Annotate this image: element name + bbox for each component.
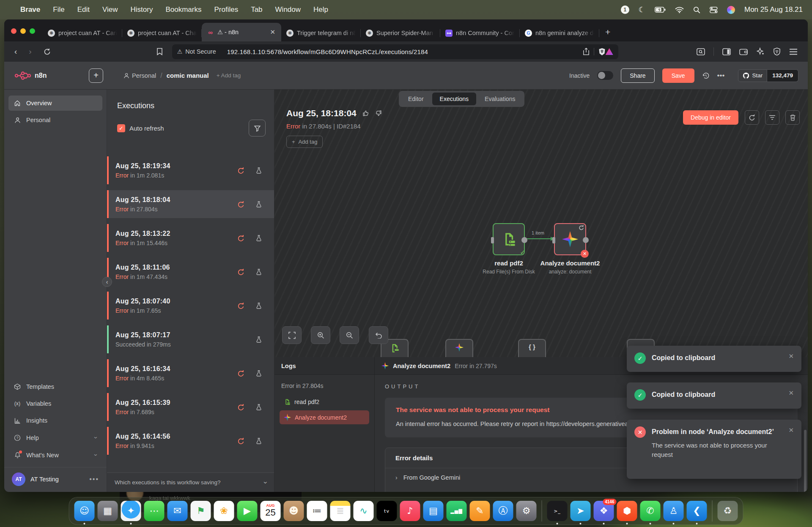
node-partial-gemini[interactable] <box>445 339 473 357</box>
retry-execution-icon[interactable] <box>745 110 759 125</box>
execution-list-item[interactable]: Aug 25, 18:11:06 Error in 1m 47.434s <box>107 258 274 286</box>
retry-icon[interactable] <box>237 302 244 309</box>
execution-list-item[interactable]: Aug 25, 16:15:39 Error in 7.689s <box>107 393 274 421</box>
dock-brave-icon[interactable]: ⬢ <box>617 501 637 521</box>
close-icon[interactable]: ✕ <box>788 389 794 402</box>
execution-list-item[interactable]: Aug 25, 18:07:40 Error in 1m 7.65s <box>107 292 274 319</box>
retry-icon[interactable] <box>237 370 244 377</box>
sidebar-item-whats-new[interactable]: What's New › <box>8 447 102 463</box>
debug-in-editor-button[interactable]: Debug in editor <box>683 110 738 125</box>
sidebar-item-insights[interactable]: Insights <box>8 413 102 428</box>
tab-evaluations[interactable]: Evaluations <box>477 93 523 105</box>
focus-moon-icon[interactable]: ☾ <box>639 5 645 14</box>
reload-icon[interactable] <box>44 48 51 55</box>
close-icon[interactable]: ✕ <box>788 426 794 472</box>
active-toggle[interactable] <box>597 71 613 80</box>
menu-edit[interactable]: Edit <box>77 5 90 14</box>
thumbs-down-icon[interactable] <box>375 110 382 117</box>
url-text[interactable]: 192.168.1.10:5678/workflow/mGBc6D9WHNpcR… <box>227 48 428 55</box>
dock-notes-icon[interactable]: ≣ <box>330 501 351 521</box>
breadcrumb-owner[interactable]: Personal <box>123 72 156 79</box>
execution-list-item[interactable]: Aug 25, 16:14:56 Error in 9.941s <box>107 427 274 455</box>
flask-icon[interactable] <box>255 268 262 276</box>
save-button[interactable]: Save <box>662 68 694 83</box>
dock-photos-icon[interactable]: ❀ <box>214 501 234 521</box>
flask-icon[interactable] <box>255 370 262 377</box>
retry-icon[interactable] <box>237 201 244 208</box>
github-star-widget[interactable]: Star 132,479 <box>738 69 798 82</box>
browser-tab-1[interactable]: ❋project cuan AT - Cari to <box>43 25 122 41</box>
sidebar-user[interactable]: AT AT Testing ••• <box>4 467 107 492</box>
auto-refresh-checkbox[interactable]: ✓ <box>117 124 125 132</box>
sidebar-item-help[interactable]: ? Help › <box>8 430 102 445</box>
control-center-icon[interactable] <box>710 7 718 13</box>
dock-freeform-icon[interactable]: ∿ <box>354 501 374 521</box>
browser-tab-7[interactable]: Gn8n gemini analyze docu <box>520 25 599 41</box>
menu-window[interactable]: Window <box>275 5 301 14</box>
browser-tab-4[interactable]: ❋Trigger telegram di n8n <box>281 25 361 41</box>
workflow-name[interactable]: comic manual <box>167 72 209 79</box>
dock-apple-tv-icon[interactable]: tv <box>377 501 397 521</box>
sidebar-item-variables[interactable]: (x) Variables <box>8 396 102 411</box>
dock-finder-icon[interactable]: ☺ <box>74 501 95 521</box>
scrollbar[interactable] <box>804 430 807 492</box>
retry-icon[interactable] <box>237 268 244 276</box>
zoom-window-button[interactable] <box>30 28 35 34</box>
zoom-out-button[interactable] <box>340 326 359 344</box>
node-analyze-document2[interactable]: ✕ <box>554 223 586 255</box>
executions-footer[interactable]: Which executions is this workflow saving… <box>107 472 274 492</box>
execution-list-item-success[interactable]: Aug 25, 18:07:17 Succeeded in 279ms <box>107 325 274 353</box>
leo-ai-sparkles-icon[interactable] <box>756 47 765 56</box>
flow-filter-icon[interactable] <box>765 110 779 125</box>
thumbs-up-icon[interactable] <box>362 110 369 117</box>
node-output-connector[interactable] <box>521 237 527 243</box>
execution-list-item-selected[interactable]: Aug 25, 18:18:04 Error in 27.804s <box>107 190 274 218</box>
address-bar[interactable]: ⚠ Not Secure 192.168.1.10:5678/workflow/… <box>172 44 618 59</box>
log-entry-analyze-document2[interactable]: Analyze document2 <box>280 410 369 424</box>
bat-rewards-icon[interactable] <box>606 48 613 55</box>
execution-list-item[interactable]: Aug 25, 18:13:22 Error in 1m 15.446s <box>107 224 274 252</box>
forward-icon[interactable]: › <box>29 47 31 56</box>
undo-reset-button[interactable] <box>369 326 388 344</box>
execution-list-item[interactable]: Aug 25, 18:19:34 Error in 1m 2.081s <box>107 156 274 184</box>
dock-pages-icon[interactable]: ✎ <box>470 501 490 521</box>
browser-tab-2[interactable]: ❋project cuan AT - Channe <box>122 25 202 41</box>
dock-keynote-icon[interactable]: ▤ <box>423 501 444 521</box>
node-output-connector[interactable] <box>583 237 589 243</box>
retry-icon[interactable] <box>237 404 244 411</box>
new-tab-button[interactable]: + <box>605 27 610 37</box>
dock-mail-icon[interactable]: ✉ <box>167 501 188 521</box>
flask-icon[interactable] <box>255 235 262 242</box>
tab-executions[interactable]: Executions <box>432 93 476 105</box>
dock-music-icon[interactable]: ♪ <box>400 501 420 521</box>
error-details-row-other[interactable]: ›Other info <box>385 487 797 492</box>
more-options-icon[interactable]: ••• <box>717 71 725 80</box>
share-button[interactable]: Share <box>621 68 654 83</box>
menu-profiles[interactable]: Profiles <box>214 5 238 14</box>
menu-history[interactable]: History <box>131 5 153 14</box>
dock-vscode-icon[interactable]: ❮ <box>687 501 707 521</box>
retry-icon[interactable] <box>237 167 244 174</box>
share-icon[interactable] <box>583 48 590 55</box>
flask-icon[interactable] <box>255 437 262 445</box>
workflow-add-tag-button[interactable]: + Add tag <box>217 72 241 79</box>
brave-shields-icon[interactable] <box>598 48 606 56</box>
menu-bookmarks[interactable]: Bookmarks <box>165 5 201 14</box>
dock-contacts-icon[interactable]: ☻ <box>284 501 304 521</box>
dock-terminal-icon[interactable]: >_ <box>547 501 568 521</box>
flask-icon[interactable] <box>255 302 262 309</box>
execution-add-tag-button[interactable]: +Add tag <box>286 136 323 148</box>
execution-list-item[interactable]: Aug 25, 16:16:34 Error in 4m 8.465s <box>107 359 274 387</box>
dock-system-settings-icon[interactable]: ⚙ <box>516 501 537 521</box>
dock-discord-icon[interactable]: ❖4146 <box>594 501 614 521</box>
notification-badge-icon[interactable]: 1 <box>621 5 629 14</box>
dock-calendar-icon[interactable]: AUG25 <box>261 501 281 521</box>
wallet-icon[interactable] <box>739 48 748 55</box>
workflow-history-icon[interactable] <box>702 72 710 79</box>
sidebar-item-overview[interactable]: Overview <box>8 96 102 111</box>
node-partial-code[interactable]: { } <box>518 339 546 357</box>
sidebar-panel-icon[interactable] <box>722 48 731 55</box>
tab-editor[interactable]: Editor <box>401 93 431 105</box>
browser-tab-6[interactable]: ⊶n8n Community - Connec <box>440 25 520 41</box>
search-tab-icon[interactable] <box>697 48 705 55</box>
